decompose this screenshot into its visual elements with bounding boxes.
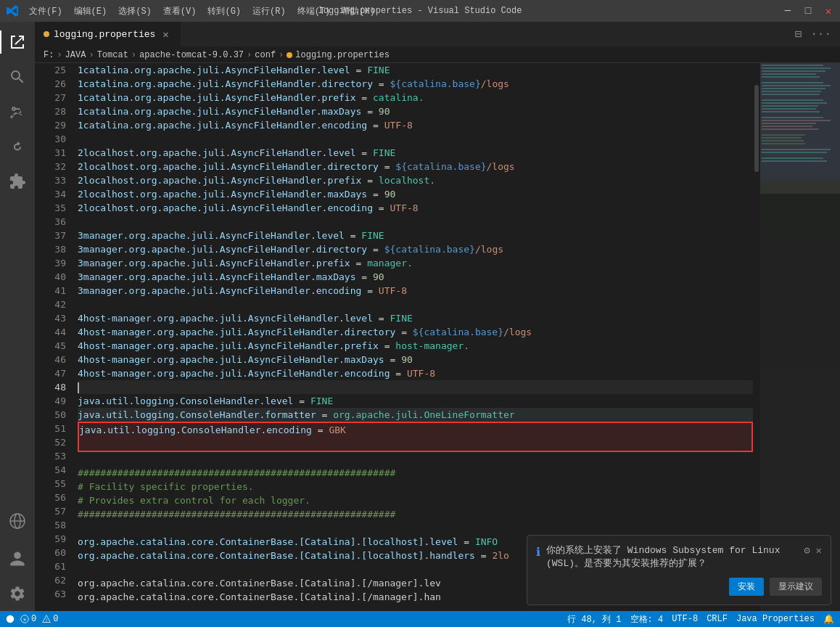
- title-bar: 文件(F) 编辑(E) 选择(S) 查看(V) 转到(G) 运行(R) 终端(T…: [0, 0, 840, 22]
- notification-close-button[interactable]: ✕: [816, 544, 822, 557]
- line-number-35: 35: [35, 201, 75, 215]
- menu-goto[interactable]: 转到(G): [203, 4, 245, 19]
- activity-icon-run[interactable]: [0, 129, 35, 164]
- minimap-viewport[interactable]: [760, 63, 840, 194]
- line-number-45: 45: [35, 339, 75, 353]
- menu-run[interactable]: 运行(R): [248, 4, 290, 19]
- feedback-icon[interactable]: 🔔: [823, 614, 834, 625]
- menu-file[interactable]: 文件(F): [25, 4, 67, 19]
- minimize-button[interactable]: ─: [782, 5, 794, 17]
- line-number-33: 33: [35, 173, 75, 187]
- error-count[interactable]: ✕ 0: [20, 614, 36, 624]
- code-line-46: 4host-manager.org.apache.juli.AsyncFileH…: [78, 353, 753, 366]
- minimap: [760, 63, 840, 611]
- line-number-63: 63: [35, 587, 75, 601]
- line-number-52: 52: [35, 435, 75, 449]
- split-editor-icon[interactable]: ⊟: [792, 24, 805, 44]
- code-line-30: [78, 132, 753, 146]
- activity-icon-search[interactable]: [0, 60, 35, 94]
- line-number-50: 50: [35, 408, 75, 422]
- breadcrumb-tomcat[interactable]: Tomcat: [97, 50, 128, 60]
- code-line-48: [78, 380, 753, 394]
- line-number-49: 49: [35, 394, 75, 408]
- line-number-39: 39: [35, 256, 75, 270]
- indentation[interactable]: 空格: 4: [630, 613, 664, 626]
- code-line-39: 3manager.org.apache.juli.AsyncFileHandle…: [78, 256, 753, 270]
- code-line-40: 3manager.org.apache.juli.AsyncFileHandle…: [78, 270, 753, 284]
- status-bar: ✕ 0 ! 0 行 48, 列 1 空格: 4 UTF-8 CRLF Java …: [0, 611, 840, 627]
- code-line-33: 2localhost.org.apache.juli.AsyncFileHand…: [78, 173, 753, 187]
- code-line-53: [78, 452, 753, 466]
- code-editor[interactable]: 1catalina.org.apache.juli.AsyncFileHandl…: [75, 63, 753, 611]
- line-number-25: 25: [35, 63, 75, 77]
- line-number-43: 43: [35, 311, 75, 325]
- activity-icon-settings[interactable]: [0, 576, 35, 611]
- line-number-40: 40: [35, 270, 75, 284]
- code-line-41: 3manager.org.apache.juli.AsyncFileHandle…: [78, 284, 753, 298]
- line-number-51: 51: [35, 422, 75, 435]
- line-number-56: 56: [35, 491, 75, 504]
- code-line-55: # Facility specific properties.: [78, 480, 753, 493]
- breadcrumb-conf: conf: [255, 50, 276, 60]
- breadcrumb-java: JAVA: [65, 50, 86, 60]
- code-line-25: 1catalina.org.apache.juli.AsyncFileHandl…: [78, 63, 753, 77]
- activity-icon-source-control[interactable]: [0, 94, 35, 129]
- maximize-button[interactable]: □: [802, 5, 814, 17]
- code-line-57: ########################################…: [78, 507, 753, 521]
- activity-icon-extensions[interactable]: [0, 164, 35, 199]
- line-number-42: 42: [35, 298, 75, 311]
- tab-logging-properties[interactable]: logging.properties ✕: [35, 22, 181, 46]
- line-number-55: 55: [35, 477, 75, 491]
- more-actions-icon[interactable]: ···: [807, 25, 834, 44]
- scrollbar-thumb[interactable]: [754, 85, 759, 172]
- activity-icon-explorer[interactable]: [0, 25, 35, 60]
- code-line-28: 1catalina.org.apache.juli.AsyncFileHandl…: [78, 104, 753, 118]
- tab-close-button[interactable]: ✕: [160, 28, 171, 41]
- notification-install-button[interactable]: 安装: [729, 578, 764, 596]
- line-number-57: 57: [35, 504, 75, 518]
- code-line-32: 2localhost.org.apache.juli.AsyncFileHand…: [78, 160, 753, 173]
- code-line-47: 4host-manager.org.apache.juli.AsyncFileH…: [78, 366, 753, 380]
- line-number-28: 28: [35, 104, 75, 118]
- close-button[interactable]: ✕: [823, 5, 834, 17]
- line-number-54: 54: [35, 463, 75, 477]
- code-line-51: java.util.logging.ConsoleHandler.encodin…: [79, 423, 752, 437]
- tab-bar: logging.properties ✕ ⊟ ···: [35, 22, 840, 47]
- status-bar-right: 行 48, 列 1 空格: 4 UTF-8 CRLF Java Properti…: [567, 613, 834, 626]
- breadcrumb-filename: logging.properties: [295, 50, 390, 60]
- notification-actions: 安装 显示建议: [536, 578, 822, 596]
- line-number-27: 27: [35, 91, 75, 104]
- cursor-position[interactable]: 行 48, 列 1: [567, 613, 621, 626]
- svg-text:!: !: [45, 618, 48, 623]
- line-number-44: 44: [35, 325, 75, 339]
- notification-later-button[interactable]: 显示建议: [770, 578, 822, 596]
- menu-edit[interactable]: 编辑(E): [70, 4, 112, 19]
- code-line-36: [78, 215, 753, 229]
- code-line-54: ########################################…: [78, 466, 753, 480]
- window-title: logging.properties - Visual Studio Code: [318, 6, 522, 16]
- vertical-scrollbar[interactable]: [753, 63, 760, 611]
- code-line-56: # Provides extra control for each logger…: [78, 493, 753, 507]
- line-number-38: 38: [35, 242, 75, 256]
- line-number-36: 36: [35, 215, 75, 229]
- tab-modified-dot: [44, 31, 49, 37]
- warning-count[interactable]: ! 0: [42, 614, 58, 624]
- language-mode[interactable]: Java Properties: [736, 614, 815, 624]
- line-number-47: 47: [35, 366, 75, 380]
- notification-settings-icon[interactable]: ⚙: [804, 544, 810, 557]
- line-number-31: 31: [35, 146, 75, 160]
- activity-icon-remote[interactable]: [0, 504, 35, 538]
- code-line-27: 1catalina.org.apache.juli.AsyncFileHandl…: [78, 91, 753, 104]
- line-number-32: 32: [35, 160, 75, 173]
- line-ending[interactable]: CRLF: [707, 614, 728, 624]
- remote-indicator[interactable]: [6, 615, 15, 623]
- activity-icon-account[interactable]: [0, 541, 35, 576]
- menu-view[interactable]: 查看(V): [159, 4, 201, 19]
- window-controls: ─ □ ✕: [782, 5, 834, 17]
- breadcrumb: F: › JAVA › Tomcat › apache-tomcat-9.0.3…: [35, 47, 840, 63]
- code-line-49: java.util.logging.ConsoleHandler.level =…: [78, 394, 753, 408]
- breadcrumb-error-indicator: [287, 52, 292, 58]
- encoding[interactable]: UTF-8: [672, 614, 698, 624]
- menu-select[interactable]: 选择(S): [114, 4, 156, 19]
- code-line-35: 2localhost.org.apache.juli.AsyncFileHand…: [78, 201, 753, 215]
